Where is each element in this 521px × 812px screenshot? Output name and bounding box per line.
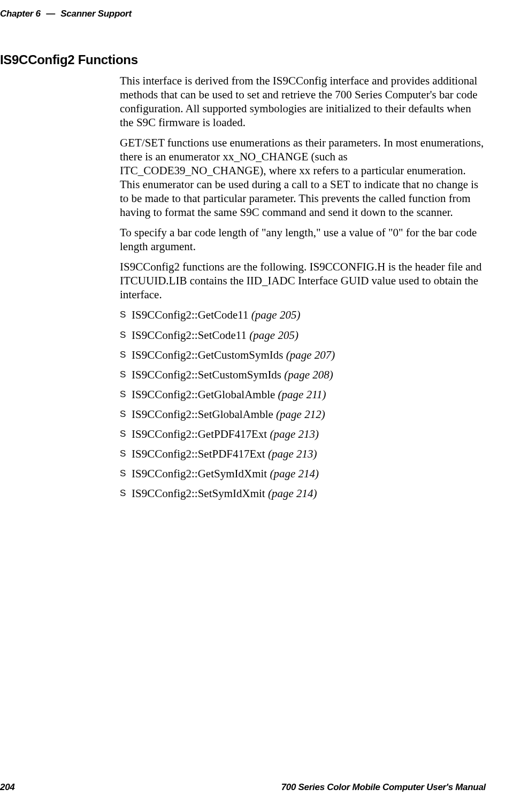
list-item: IS9CConfig2::SetSymIdXmit (page 214) [120, 486, 486, 500]
function-name: IS9CConfig2::SetCode11 [132, 329, 249, 342]
paragraph: GET/SET functions use enumerations as th… [120, 136, 486, 219]
page-ref: (page 211) [278, 388, 326, 401]
list-item: IS9CConfig2::SetCode11 (page 205) [120, 328, 486, 342]
paragraph: To specify a bar code length of "any len… [120, 226, 486, 253]
header-chapter: Chapter 6 [0, 9, 41, 19]
list-item: IS9CConfig2::SetGlobalAmble (page 212) [120, 407, 486, 421]
page: Chapter 6 — Scanner Support IS9CConfig2 … [0, 0, 521, 812]
header-title: Scanner Support [60, 9, 131, 19]
page-ref: (page 213) [268, 447, 317, 460]
page-ref: (page 212) [276, 408, 325, 421]
list-item: IS9CConfig2::GetCode11 (page 205) [120, 308, 486, 322]
body-content: This interface is derived from the IS9CC… [120, 74, 486, 500]
footer-title: 700 Series Color Mobile Computer User's … [281, 782, 486, 793]
header-dash: — [46, 9, 55, 19]
paragraph: IS9CConfig2 functions are the following.… [120, 260, 486, 301]
page-ref: (page 214) [268, 487, 317, 500]
list-item: IS9CConfig2::SetPDF417Ext (page 213) [120, 447, 486, 461]
page-ref: (page 205) [251, 308, 301, 321]
function-name: IS9CConfig2::GetPDF417Ext [132, 428, 270, 440]
function-name: IS9CConfig2::GetCustomSymIds [132, 349, 286, 361]
function-name: IS9CConfig2::SetPDF417Ext [132, 447, 268, 460]
list-item: IS9CConfig2::GetSymIdXmit (page 214) [120, 467, 486, 481]
section-title: IS9CConfig2 Functions [0, 52, 486, 67]
function-name: IS9CConfig2::SetSymIdXmit [132, 487, 268, 500]
page-ref: (page 207) [286, 349, 335, 361]
page-ref: (page 213) [270, 428, 319, 440]
function-name: IS9CConfig2::GetGlobalAmble [132, 388, 278, 401]
list-item: IS9CConfig2::GetCustomSymIds (page 207) [120, 348, 486, 362]
list-item: IS9CConfig2::GetGlobalAmble (page 211) [120, 388, 486, 401]
page-ref: (page 208) [284, 368, 333, 381]
function-name: IS9CConfig2::GetCode11 [132, 308, 251, 321]
page-number: 204 [0, 782, 14, 793]
list-item: IS9CConfig2::SetCustomSymIds (page 208) [120, 368, 486, 382]
function-name: IS9CConfig2::SetGlobalAmble [132, 408, 276, 421]
running-footer: 204 700 Series Color Mobile Computer Use… [0, 782, 486, 793]
running-header: Chapter 6 — Scanner Support [0, 9, 486, 19]
function-name: IS9CConfig2::SetCustomSymIds [132, 368, 284, 381]
list-item: IS9CConfig2::GetPDF417Ext (page 213) [120, 427, 486, 441]
paragraph: This interface is derived from the IS9CC… [120, 74, 486, 129]
function-list: IS9CConfig2::GetCode11 (page 205) IS9CCo… [120, 308, 486, 500]
page-ref: (page 205) [249, 329, 298, 342]
page-ref: (page 214) [270, 467, 319, 480]
function-name: IS9CConfig2::GetSymIdXmit [132, 467, 270, 480]
